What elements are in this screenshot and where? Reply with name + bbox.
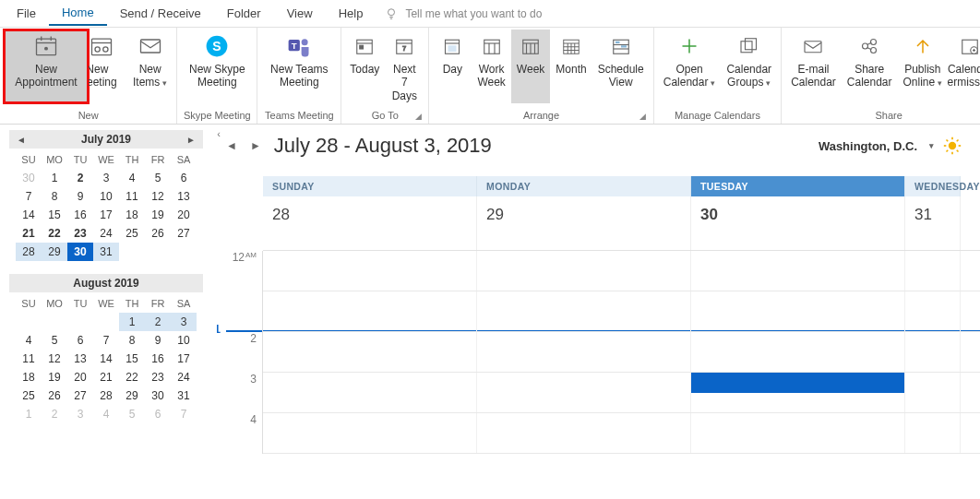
mini-cal-day[interactable]: 19 [145,206,171,224]
mini-cal-day[interactable]: 19 [42,368,67,386]
mini-cal-day[interactable]: 27 [171,224,197,243]
prev-month-icon[interactable]: ◄ [13,135,30,145]
mini-cal-day[interactable]: 29 [42,243,67,261]
next-month-icon[interactable]: ► [183,135,199,145]
time-slot[interactable] [905,413,961,453]
mini-cal-day[interactable]: 23 [67,224,93,243]
mini-cal-day[interactable]: 4 [93,405,119,423]
mini-cal-day[interactable]: 7 [93,331,119,350]
tell-me-search[interactable]: Tell me what you want to do [385,7,542,20]
mini-cal-day[interactable]: 20 [171,206,197,224]
new-meeting-button[interactable]: New Meeting [89,30,127,103]
mini-cal-day[interactable]: 18 [119,206,145,224]
time-slot[interactable] [905,332,961,372]
weather-location[interactable]: Washington, D.C. ▾ [819,137,962,155]
time-slot[interactable] [691,251,905,291]
mini-cal-day[interactable]: 3 [93,169,119,187]
time-slot[interactable] [263,291,477,331]
mini-cal-day[interactable]: 22 [119,368,145,386]
mini-cal-day[interactable]: 6 [171,169,197,187]
time-slot[interactable] [263,332,477,372]
prev-week-icon[interactable]: ◄ [226,139,237,152]
day-view-button[interactable]: Day [433,30,472,103]
mini-cal-day[interactable]: 21 [93,368,119,386]
time-slot[interactable] [263,373,477,412]
mini-cal-day[interactable]: 2 [67,169,93,187]
mini-cal-day[interactable]: 2 [42,405,67,423]
mini-cal-day[interactable]: 15 [42,206,67,224]
new-appointment-button[interactable]: New Appointment [4,30,89,103]
mini-cal-day[interactable]: 7 [171,405,197,423]
mini-cal-day[interactable]: 8 [42,187,67,206]
time-slot[interactable] [477,413,691,453]
schedule-view-button[interactable]: Schedule View [592,30,650,103]
arrange-launcher-icon[interactable]: ◢ [639,112,648,121]
mini-cal-day[interactable]: 11 [119,187,145,206]
day-date-cell[interactable]: 30 [691,196,905,250]
mini-cal-day[interactable]: 24 [93,224,119,243]
next-week-icon[interactable]: ► [250,139,261,152]
week-view-button[interactable]: Week [511,30,550,103]
time-slot[interactable] [477,291,691,331]
mini-cal-day[interactable]: 17 [171,350,197,368]
mini-cal-day[interactable]: 10 [93,187,119,206]
time-slot[interactable] [905,251,961,291]
mini-cal-day[interactable]: 10 [171,331,197,350]
calendar-groups-button[interactable]: Calendar Groups▾ [721,30,777,103]
mini-cal-day[interactable]: 25 [119,224,145,243]
work-week-view-button[interactable]: Work Week [472,30,510,103]
mini-cal-day[interactable]: 2 [145,313,171,331]
time-slot[interactable] [263,251,477,291]
mini-cal-day[interactable]: 14 [16,206,42,224]
tab-send-receive[interactable]: Send / Receive [107,2,214,25]
day-header[interactable]: SUNDAY [263,176,477,196]
tab-home[interactable]: Home [49,1,107,26]
mini-cal-day[interactable]: 26 [42,386,67,405]
mini-cal-day[interactable]: 30 [16,169,42,187]
day-header[interactable]: WEDNESDAY [905,176,961,196]
mini-cal-day[interactable]: 22 [42,224,67,243]
mini-cal-day[interactable]: 28 [93,386,119,405]
time-slot[interactable] [263,413,477,453]
mini-cal-day[interactable]: 5 [145,169,171,187]
mini-cal-day[interactable]: 12 [42,350,67,368]
mini-cal-day[interactable]: 4 [119,169,145,187]
mini-cal-day[interactable]: 21 [16,224,42,243]
mini-cal-day[interactable]: 11 [16,350,42,368]
mini-cal-day[interactable]: 6 [67,331,93,350]
mini-cal-day[interactable]: 1 [16,405,42,423]
email-calendar-button[interactable]: E-mail Calendar [785,30,842,103]
mini-cal-day[interactable]: 15 [119,350,145,368]
mini-cal-day[interactable]: 4 [16,331,42,350]
calendar-permissions-button[interactable]: Calendar Permissions [948,30,980,103]
mini-cal-day[interactable]: 3 [67,405,93,423]
mini-cal-day[interactable]: 13 [67,350,93,368]
mini-cal-day[interactable]: 23 [145,368,171,386]
mini-cal-day[interactable]: 9 [67,187,93,206]
month-view-button[interactable]: Month [550,30,592,103]
time-slot[interactable] [477,332,691,372]
mini-cal-day[interactable]: 26 [145,224,171,243]
time-slot[interactable] [477,373,691,412]
next-7-days-button[interactable]: 7 Next 7 Days [384,30,424,103]
mini-cal-day[interactable]: 5 [42,331,67,350]
open-calendar-button[interactable]: Open Calendar▾ [658,30,722,103]
mini-cal-day[interactable]: 8 [119,331,145,350]
time-slot[interactable] [691,291,905,331]
mini-cal-day[interactable]: 14 [93,350,119,368]
goto-launcher-icon[interactable]: ◢ [413,112,423,121]
mini-cal-day[interactable]: 31 [171,386,197,405]
tab-help[interactable]: Help [326,2,376,25]
mini-cal-day[interactable]: 27 [67,386,93,405]
mini-cal-day[interactable]: 7 [16,187,42,206]
mini-cal-day[interactable]: 9 [145,331,171,350]
time-slot[interactable] [477,251,691,291]
mini-cal-day[interactable]: 20 [67,368,93,386]
mini-cal-day[interactable]: 12 [145,187,171,206]
mini-cal-day[interactable]: 30 [145,386,171,405]
mini-cal-day[interactable]: 13 [171,187,197,206]
mini-cal-day[interactable]: 5 [119,405,145,423]
mini-cal-day[interactable]: 25 [16,386,42,405]
mini-cal-day[interactable]: 24 [171,368,197,386]
mini-cal-day[interactable]: 16 [67,206,93,224]
